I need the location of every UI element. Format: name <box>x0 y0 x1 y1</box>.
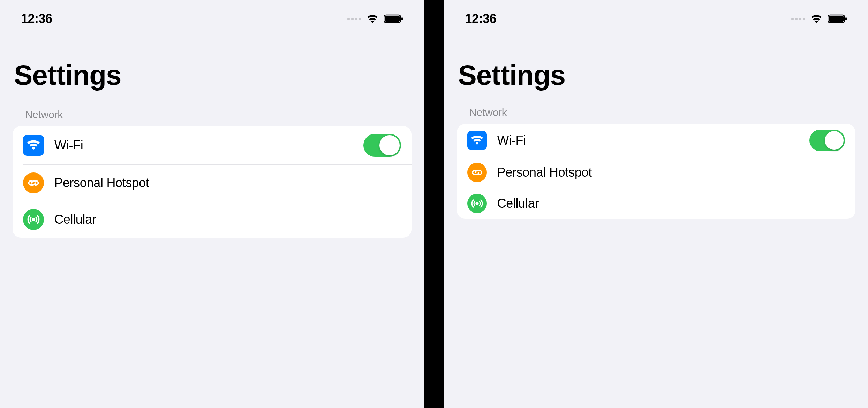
link-icon <box>467 163 487 182</box>
network-list-group: Wi-Fi Personal Hotspot <box>457 124 856 219</box>
screen-divider <box>424 0 444 408</box>
page-title: Settings <box>0 28 424 109</box>
wifi-icon <box>23 135 44 156</box>
wifi-row[interactable]: Wi-Fi <box>457 124 856 157</box>
cellular-row[interactable]: Cellular <box>457 188 856 219</box>
status-bar: 12:36 <box>444 0 868 28</box>
status-time: 12:36 <box>465 11 497 26</box>
page-title: Settings <box>444 28 868 107</box>
svg-rect-6 <box>845 17 847 20</box>
wifi-icon <box>467 131 487 150</box>
svg-point-3 <box>32 218 35 221</box>
status-time: 12:36 <box>21 11 52 26</box>
status-bar: 12:36 <box>0 0 424 28</box>
cellular-row[interactable]: Cellular <box>13 201 412 238</box>
network-list-group: Wi-Fi Personal Hotspot <box>13 126 412 238</box>
wifi-toggle[interactable] <box>809 130 845 151</box>
hotspot-row[interactable]: Personal Hotspot <box>457 157 856 188</box>
battery-icon <box>384 14 403 24</box>
svg-rect-2 <box>401 17 403 20</box>
wifi-status-icon <box>810 14 823 24</box>
wifi-status-icon <box>366 14 379 24</box>
svg-rect-1 <box>385 16 400 22</box>
cellular-label: Cellular <box>54 212 401 227</box>
wifi-toggle[interactable] <box>363 134 401 157</box>
settings-screen-variant-b: 12:36 Settings Network <box>444 0 868 408</box>
section-header-network: Network <box>444 107 868 124</box>
svg-point-7 <box>476 202 478 205</box>
hotspot-label: Personal Hotspot <box>54 176 401 190</box>
battery-icon <box>828 14 847 24</box>
svg-rect-5 <box>829 16 844 22</box>
link-icon <box>23 172 44 193</box>
hotspot-label: Personal Hotspot <box>497 165 845 180</box>
status-icons <box>347 14 403 24</box>
wifi-row[interactable]: Wi-Fi <box>13 126 412 164</box>
wifi-label: Wi-Fi <box>497 133 810 148</box>
cellular-signal-icon <box>347 18 361 20</box>
status-icons <box>791 14 847 24</box>
antenna-icon <box>23 209 44 230</box>
cellular-label: Cellular <box>497 196 845 211</box>
wifi-label: Wi-Fi <box>54 138 363 153</box>
antenna-icon <box>467 194 487 213</box>
settings-screen-variant-a: 12:36 Settings Network <box>0 0 424 408</box>
section-header-network: Network <box>0 109 424 126</box>
hotspot-row[interactable]: Personal Hotspot <box>13 165 412 201</box>
cellular-signal-icon <box>791 18 805 20</box>
